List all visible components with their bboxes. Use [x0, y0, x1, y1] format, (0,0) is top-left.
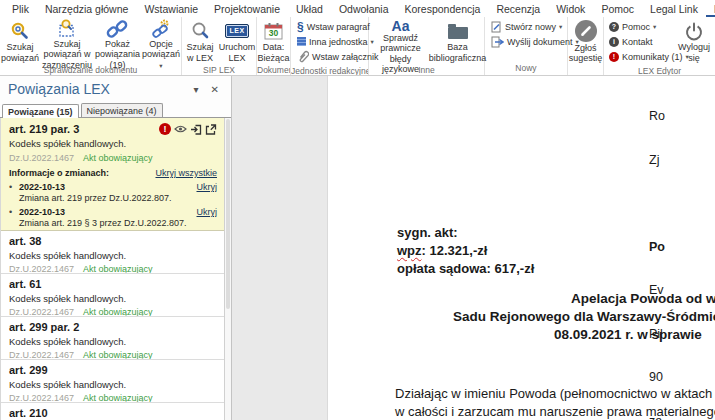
tab-odwolania[interactable]: Odwołania [331, 1, 397, 17]
list-item[interactable]: art. 210 Kodeks spółek handlowych. [1, 403, 224, 420]
card-doc-ref: Dz.U.2022.1467 [9, 153, 74, 163]
panel-scrollbar[interactable] [224, 118, 231, 420]
group-label-lex-edytor: LEX Edytor [604, 65, 715, 75]
tab-widok[interactable]: Widok [548, 1, 593, 17]
group-lex-edytor: ? Pomoc ▾ i Kontakt ! Komunikaty (1) ▾ [604, 17, 715, 75]
panel-close-icon[interactable]: ✕ [205, 84, 225, 95]
change-desc: Zmiana art. 219 § 3 przez Dz.U.2022.807. [9, 218, 217, 228]
wpz-value: : 12.321,-zł [422, 243, 488, 258]
group-label-dokument: Dokument [257, 64, 290, 75]
eye-icon[interactable] [174, 124, 187, 134]
zglos-sugestie-label: Zgłoś sugestię [569, 43, 603, 64]
stworz-nowy-label: Stwórz nowy [505, 22, 556, 32]
wstaw-zalacznik-button[interactable]: Wstaw załącznik [297, 50, 379, 63]
bullet-icon: • [9, 182, 19, 192]
wstaw-paragraf-button[interactable]: § Wstaw paragraf [297, 20, 379, 33]
pomoc-button[interactable]: ? Pomoc ▾ [609, 20, 673, 33]
baza-bibliograficzna-button[interactable]: Baza bibliograficzna [432, 18, 484, 64]
calendar-icon: 30 [264, 19, 283, 42]
item-subtitle: Kodeks spółek handlowych. [9, 335, 216, 348]
oplata-line: opłata sądowa: 617,-zł [397, 260, 534, 278]
item-title: art. 299 par. 2 [9, 321, 216, 334]
sprawdz-bledy-button[interactable]: Aa Sprawdź prawnicze błędy językowe [370, 18, 432, 64]
item-subtitle: Kodeks spółek handlowych. [9, 292, 216, 305]
hide-all-link[interactable]: Ukryj wszystkie [155, 168, 217, 178]
szukaj-powiazan-w-zaznaczeniu-button[interactable]: Szukaj powiązań w zaznaczeniu [40, 18, 94, 64]
active-link-card[interactable]: art. 219 par. 3 ! Kodeks spółek handlowy… [1, 118, 224, 231]
bullet-icon: • [9, 207, 19, 217]
zglos-sugestie-button[interactable]: Zgłoś sugestię [568, 18, 604, 64]
data-biezaca-label: Data: Bieżąca [258, 42, 290, 63]
szukaj-powiazan-button[interactable]: Szukaj powiązań [0, 18, 40, 64]
document-page[interactable]: Ro Zj Po Ev Pił 90 za ad sygn. akt: wpz:… [327, 76, 715, 420]
list-item[interactable]: art. 299 Kodeks spółek handlowych. Dz.U.… [1, 360, 224, 403]
uruchom-lex-button[interactable]: LEX Uruchom LEX [218, 18, 256, 64]
group-jednostki-redakcyjne: § Wstaw paragraf Inna jednostka ▾ Wstaw … [291, 17, 369, 75]
tab-uklad[interactable]: Układ [288, 1, 331, 17]
item-doc-ref: Dz.U.2022.1467 [9, 349, 74, 360]
group-sip-lex: Szukaj w LEX LEX Uruchom LEX SIP LEX [182, 17, 257, 75]
hide-link[interactable]: Ukryj [197, 182, 218, 192]
wpz-line: wpz: 12.321,-zł [397, 242, 534, 260]
tab-korespondencja[interactable]: Korespondencja [397, 1, 489, 17]
spellcheck-aa-icon: Aa [392, 19, 410, 33]
list-item[interactable]: art. 38 Kodeks spółek handlowych. Dz.U.2… [1, 231, 224, 274]
change-date: 2022-10-13 [19, 207, 197, 217]
opcje-powiazan-button[interactable]: Opcje powiązań ▾ [141, 18, 181, 64]
uruchom-lex-label: Uruchom LEX [219, 42, 256, 63]
tab-wstawianie[interactable]: Wstawianie [136, 1, 206, 17]
panel-tab-niepowiazane[interactable]: Niepowiązane (4) [81, 103, 163, 117]
hide-link[interactable]: Ukryj [197, 207, 218, 217]
group-label-nowy: Nowy [485, 62, 567, 75]
warning-badge-icon: ! [159, 123, 171, 135]
changes-header: Informacje o zmianach: [9, 168, 155, 178]
card-subtitle: Kodeks spółek handlowych. [9, 138, 217, 149]
doc-line: Zj [649, 153, 670, 168]
wyloguj-button[interactable]: Wyloguj się [675, 18, 713, 64]
item-subtitle: Kodeks spółek handlowych. [9, 249, 216, 262]
tab-recenzja[interactable]: Recenzja [488, 1, 548, 17]
inna-jednostka-button[interactable]: Inna jednostka ▾ [297, 35, 379, 48]
panel-tab-bar: Powiązane (15) Niepowiązane (4) [0, 102, 231, 118]
folder-icon [448, 27, 468, 39]
powiazania-lex-panel: Powiązania LEX ▾ ✕ Powiązane (15) Niepow… [0, 76, 232, 420]
group-dokument: 30 Data: Bieżąca Dokument [257, 17, 291, 75]
change-desc: Zmiana art. 219 przez Dz.U.2022.807. [9, 193, 217, 203]
doc-line [649, 196, 670, 211]
open-external-icon[interactable] [205, 124, 217, 135]
tab-projektowanie[interactable]: Projektowanie [206, 1, 288, 17]
body-line: w całości i zarzucam mu naruszenie prawa… [395, 403, 715, 420]
tab-legal-link[interactable]: Legal Link [642, 1, 706, 17]
kontakt-button[interactable]: i Kontakt [609, 35, 673, 48]
info-icon: i [609, 37, 619, 47]
wyslij-dokument-button[interactable]: Wyślij dokument ▾ [491, 35, 579, 48]
document-canvas: Ro Zj Po Ev Pił 90 za ad sygn. akt: wpz:… [232, 76, 715, 420]
panel-title: Powiązania LEX [8, 81, 188, 97]
chain-gear-icon [151, 19, 171, 39]
panel-collapse-icon[interactable]: ▾ [188, 84, 205, 95]
panel-tab-powiazane[interactable]: Powiązane (15) [2, 104, 79, 118]
tab-narzedzia-glowne[interactable]: Narzędzia główne [37, 1, 136, 17]
group-zglos-sugestie: Zgłoś sugestię [568, 17, 604, 75]
unit-block-icon [297, 37, 306, 46]
list-item[interactable]: art. 61 Kodeks spółek handlowych. Dz.U.2… [1, 274, 224, 317]
item-title: art. 299 [9, 364, 216, 377]
wyslij-dokument-label: Wyślij dokument [507, 37, 572, 47]
szukaj-w-lex-button[interactable]: Szukaj w LEX [182, 18, 218, 64]
szukaj-powiazan-label: Szukaj powiązań [1, 42, 39, 63]
tab-plik[interactable]: Plik [4, 1, 37, 17]
komunikaty-button[interactable]: ! Komunikaty (1) ▾ [609, 50, 673, 63]
pokaz-powiazania-button[interactable]: Pokaż powiązania (19) [94, 18, 141, 64]
panel-scrollbar-thumb[interactable] [226, 119, 230, 309]
stworz-nowy-button[interactable]: Stwórz nowy ▾ [491, 20, 579, 33]
tab-pomoc[interactable]: Pomoc [593, 1, 642, 17]
tab-lex-edytor[interactable]: LEX Edytor [706, 1, 715, 17]
insert-into-document-icon[interactable] [190, 124, 202, 135]
list-item[interactable]: art. 299 par. 2 Kodeks spółek handlowych… [1, 317, 224, 360]
data-biezaca-button[interactable]: 30 Data: Bieżąca [258, 18, 290, 64]
group-label-zglos [568, 64, 603, 75]
send-document-icon [491, 36, 504, 48]
item-title: art. 38 [9, 235, 216, 248]
ribbon: Plik Narzędzia główne Wstawianie Projekt… [0, 0, 715, 76]
baza-bibliograficzna-label: Baza bibliograficzna [429, 42, 487, 63]
